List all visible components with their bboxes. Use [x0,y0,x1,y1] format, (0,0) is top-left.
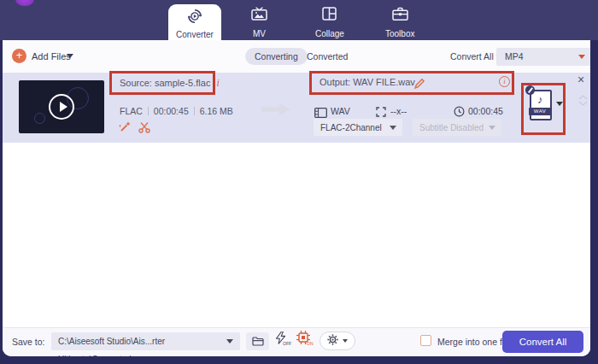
tab-converter[interactable]: Converter [168,4,221,40]
mv-icon [251,7,267,24]
subtitle-dropdown[interactable]: Subtitle Disabled [413,119,501,136]
source-format: FLAC [120,106,143,116]
audio-channel-value: FLAC-2Channel [320,123,382,132]
output-resolution-text: --x-- [390,106,407,116]
move-down-icon[interactable] [578,94,588,109]
tab-label-converter: Converter [176,30,214,39]
remove-file-icon[interactable]: × [577,73,584,85]
merge-checkbox[interactable] [420,335,431,346]
source-meta: FLAC00:00:456.16 MB [120,106,233,116]
settings-button[interactable] [320,332,355,350]
output-format-text: WAV [331,106,350,116]
open-folder-button[interactable] [246,332,269,350]
save-to-label: Save to: [12,337,45,347]
tab-toolbox[interactable]: Toolbox [385,7,414,38]
tab-converted[interactable]: Converted [307,51,348,62]
chevron-down-icon [489,126,495,130]
source-size: 6.16 MB [200,106,233,116]
toolbox-icon [392,7,408,24]
app-header: Converter MV Collage [0,0,598,40]
tab-label-toolbox: Toolbox [385,29,414,38]
file-thumbnail[interactable] [19,80,104,133]
tab-mv[interactable]: MV [251,7,267,38]
tab-converting[interactable]: Converting [245,48,308,65]
collage-icon [322,7,337,24]
thumbnail-decoration [34,113,45,124]
audio-channel-dropdown[interactable]: FLAC-2Channel [314,119,402,136]
convert-all-to-value: MP4 [505,51,524,62]
add-files-button[interactable]: + [12,49,26,63]
tab-collage[interactable]: Collage [315,7,344,38]
tab-label-mv: MV [253,29,266,38]
chevron-down-icon [343,339,348,343]
converter-icon [187,9,202,27]
folder-icon [252,334,264,349]
chevron-down-icon [226,339,233,343]
cut-scissors-icon[interactable] [138,121,150,137]
chevron-down-icon [578,55,585,59]
save-path-dropdown[interactable]: C:\Aiseesoft Studio\Ais...rter Ultimate\… [51,332,240,350]
subtitle-value: Subtitle Disabled [419,123,484,132]
convert-all-to-dropdown[interactable]: MP4 [496,48,590,66]
source-info-icon[interactable]: i [216,77,219,89]
output-duration-text: 00:00:45 [468,106,503,116]
tab-label-collage: Collage [315,29,344,38]
add-files-label[interactable]: Add Files [32,51,71,62]
main-window: + Add Files Converting Converted Convert… [3,40,590,356]
source-duration: 00:00:45 [154,106,189,116]
chevron-down-icon [390,126,396,130]
highlight-box-format-icon [521,83,566,135]
convert-all-button[interactable]: Convert All [502,331,583,353]
app-logo [15,0,34,6]
transfer-arrow-icon [261,103,290,120]
add-files-caret-icon[interactable] [67,54,73,58]
speed-state-label: OFF [283,341,291,346]
merge-label: Merge into one file [437,337,511,347]
edit-effects-wand-icon[interactable] [119,120,132,137]
play-icon [60,102,67,112]
gear-icon [327,333,338,349]
high-speed-lightning-icon[interactable]: OFF [276,332,285,348]
gpu-state-label: ON [307,341,314,346]
highlight-box-source [109,71,215,95]
gpu-acceleration-icon[interactable]: ON [296,331,310,348]
highlight-box-output [309,71,514,95]
play-button[interactable] [49,94,74,120]
